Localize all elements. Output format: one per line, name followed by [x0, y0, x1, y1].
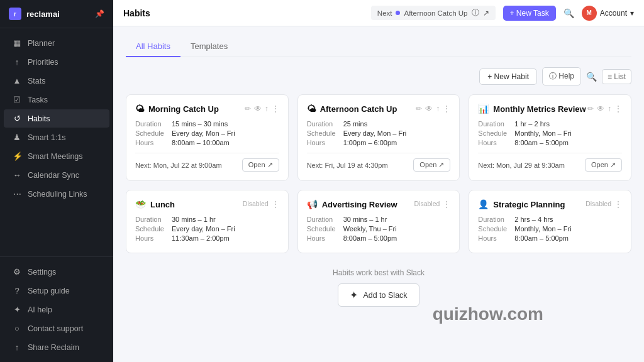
- planner-icon: ▦: [13, 38, 21, 48]
- eye-icon[interactable]: 👁: [597, 104, 604, 113]
- info-icon: ⓘ: [472, 8, 479, 18]
- sidebar-item-settings[interactable]: ⚙ Settings: [4, 263, 109, 281]
- sidebar: r reclamai 📌 ▦ Planner ↑ Priorities ▲ St…: [0, 0, 113, 362]
- eye-icon[interactable]: 👁: [425, 104, 433, 113]
- new-task-button[interactable]: + New Task: [503, 6, 556, 21]
- sidebar-item-stats[interactable]: ▲ Stats: [4, 72, 109, 90]
- schedule-label: Schedule: [478, 225, 514, 233]
- disabled-badge: Disabled: [414, 200, 440, 209]
- search-button[interactable]: 🔍: [564, 8, 574, 18]
- schedule-value: Every day, Mon – Fri: [343, 129, 407, 137]
- help-button[interactable]: ⓘ Help: [542, 67, 581, 85]
- setup-guide-icon: ?: [13, 286, 21, 295]
- sidebar-item-planner[interactable]: ▦ Planner: [4, 34, 109, 52]
- sidebar-item-calendar-sync[interactable]: ↔ Calendar Sync: [4, 166, 109, 184]
- header: Habits Next Afternoon Catch Up ⓘ ↗ + New…: [113, 0, 644, 26]
- card-actions: Disabled ⋮: [414, 200, 450, 209]
- edit-icon[interactable]: ✏: [245, 104, 251, 113]
- sidebar-item-contact-support[interactable]: ○ Contact support: [4, 319, 109, 337]
- content-area: All Habits Templates + New Habit ⓘ Help …: [113, 26, 644, 362]
- sidebar-label-ai-help: AI help: [28, 305, 52, 314]
- main-area: Habits Next Afternoon Catch Up ⓘ ↗ + New…: [113, 0, 644, 362]
- duration-label: Duration: [307, 120, 343, 128]
- more-icon[interactable]: ⋮: [272, 200, 279, 209]
- hours-row: Hours 8:00am – 10:00am: [135, 139, 279, 146]
- smart-1on1s-icon: ♟: [13, 133, 21, 142]
- habit-title: Morning Catch Up: [148, 104, 219, 114]
- pin-icon[interactable]: 📌: [95, 9, 104, 18]
- duration-row: Duration 30 mins – 1 hr: [135, 216, 279, 223]
- slack-promo-text: Habits work best with Slack: [141, 268, 616, 277]
- more-icon[interactable]: ⋮: [272, 104, 279, 113]
- stats-icon: ▲: [13, 76, 21, 85]
- hours-value: 8:00am – 5:00pm: [514, 234, 569, 242]
- share-reclaim-icon: ↑: [13, 343, 21, 352]
- hours-row: Hours 11:30am – 2:00pm: [135, 234, 279, 242]
- tab-all-habits[interactable]: All Habits: [126, 36, 180, 57]
- habit-icon: 📊: [478, 104, 489, 114]
- duration-value: 30 mins – 1 hr: [343, 216, 387, 223]
- sidebar-item-smart-meetings[interactable]: ⚡ Smart Meetings: [4, 147, 109, 165]
- habit-title: Afternoon Catch Up: [320, 104, 397, 114]
- more-icon[interactable]: ⋮: [614, 104, 622, 113]
- account-button[interactable]: M Account ▾: [582, 6, 634, 21]
- share-icon[interactable]: ↑: [436, 104, 440, 113]
- sidebar-label-calendar-sync: Calendar Sync: [28, 171, 79, 180]
- card-header: 📊 Monthly Metrics Review ✏ 👁 ↑ ⋮: [478, 104, 622, 114]
- duration-label: Duration: [478, 216, 514, 223]
- more-icon[interactable]: ⋮: [443, 200, 450, 209]
- next-occurrence: Next: Mon, Jul 22 at 9:00am: [135, 162, 222, 169]
- tab-templates[interactable]: Templates: [180, 36, 238, 57]
- ai-help-icon: ✦: [13, 305, 21, 314]
- slack-button-label: Add to Slack: [363, 291, 407, 300]
- add-to-slack-button[interactable]: ✦ Add to Slack: [338, 283, 419, 307]
- toolbar-search-button[interactable]: 🔍: [586, 72, 597, 82]
- sidebar-item-scheduling-links[interactable]: ⋯ Scheduling Links: [4, 185, 109, 203]
- habit-title: Monthly Metrics Review: [493, 104, 586, 114]
- edit-icon[interactable]: ✏: [587, 104, 594, 113]
- sidebar-item-share-reclaim[interactable]: ↑ Share Reclaim: [4, 338, 109, 356]
- sidebar-item-habits[interactable]: ↺ Habits: [4, 109, 109, 128]
- sidebar-item-ai-help[interactable]: ✦ AI help: [4, 300, 109, 319]
- next-event-button[interactable]: Next Afternoon Catch Up ⓘ ↗: [371, 6, 496, 20]
- duration-row: Duration 2 hrs – 4 hrs: [478, 216, 622, 223]
- sidebar-item-setup-guide[interactable]: ? Setup guide: [4, 282, 109, 300]
- open-button[interactable]: Open ↗: [242, 158, 279, 172]
- hours-label: Hours: [307, 139, 343, 146]
- habit-card-advertising-review: 📢 Advertising Review Disabled ⋮ Duration…: [297, 190, 460, 253]
- edit-icon[interactable]: ✏: [416, 104, 422, 113]
- duration-value: 30 mins – 1 hr: [172, 216, 216, 223]
- more-icon[interactable]: ⋮: [614, 200, 622, 209]
- share-icon[interactable]: ↑: [265, 104, 269, 113]
- eye-icon[interactable]: 👁: [254, 104, 262, 113]
- duration-label: Duration: [307, 216, 343, 223]
- hours-value: 8:00am – 5:00pm: [514, 139, 569, 146]
- schedule-row: Schedule Every day, Mon – Fri: [135, 225, 279, 233]
- open-button[interactable]: Open ↗: [413, 158, 450, 172]
- card-actions: ✏ 👁 ↑ ⋮: [245, 104, 279, 113]
- open-button[interactable]: Open ↗: [585, 158, 622, 172]
- sidebar-item-tasks[interactable]: ☑ Tasks: [4, 90, 109, 109]
- sidebar-bottom: ⚙ Settings ? Setup guide ✦ AI help ○ Con…: [0, 256, 113, 362]
- card-footer: Next: Mon, Jul 29 at 9:30am Open ↗: [478, 153, 622, 172]
- hours-row: Hours 8:00am – 5:00pm: [478, 139, 622, 146]
- list-view-button[interactable]: ≡ List: [602, 69, 631, 84]
- disabled-badge: Disabled: [586, 200, 611, 209]
- sidebar-item-priorities[interactable]: ↑ Priorities: [4, 53, 109, 71]
- hours-label: Hours: [135, 234, 172, 242]
- card-header: 🥗 Lunch Disabled ⋮: [135, 199, 279, 209]
- more-icon[interactable]: ⋮: [443, 104, 450, 113]
- schedule-label: Schedule: [135, 225, 172, 233]
- sidebar-item-smart-1on1s[interactable]: ♟ Smart 1:1s: [4, 128, 109, 146]
- logo-area: r reclamai: [9, 8, 60, 20]
- schedule-value: Monthly, Mon – Fri: [514, 225, 571, 233]
- share-icon[interactable]: ↑: [608, 104, 611, 113]
- sidebar-logo: r reclamai 📌: [0, 0, 113, 28]
- habit-icon: 📢: [307, 199, 318, 209]
- scheduling-links-icon: ⋯: [13, 189, 21, 199]
- card-actions: ✏ 👁 ↑ ⋮: [416, 104, 450, 113]
- new-habit-button[interactable]: + New Habit: [479, 69, 537, 85]
- habit-card-monthly-metrics-review: 📊 Monthly Metrics Review ✏ 👁 ↑ ⋮ Duratio…: [469, 94, 631, 181]
- duration-value: 1 hr – 2 hrs: [514, 120, 550, 128]
- duration-row: Duration 30 mins – 1 hr: [307, 216, 451, 223]
